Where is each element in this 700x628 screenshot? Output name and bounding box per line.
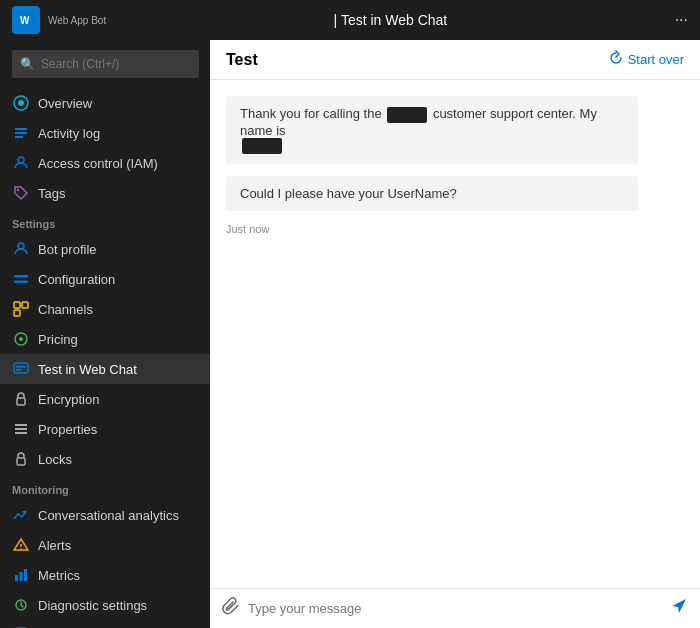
pricing-icon (12, 330, 30, 348)
bot-profile-icon (12, 240, 30, 258)
search-input[interactable] (41, 57, 191, 71)
sidebar-search-container: 🔍 (12, 50, 199, 78)
svg-rect-10 (14, 275, 28, 278)
settings-section-label: Settings (0, 208, 210, 234)
sidebar-item-channels[interactable]: Channels (0, 294, 210, 324)
sidebar-item-alerts[interactable]: Alerts (0, 530, 210, 560)
sidebar-item-tags[interactable]: Tags (0, 178, 210, 208)
app-logo: W (12, 6, 40, 34)
metrics-icon (12, 566, 30, 584)
search-icon: 🔍 (20, 57, 35, 71)
sidebar-item-test-in-web-chat[interactable]: Test in Web Chat (0, 354, 210, 384)
sidebar-item-access-control[interactable]: Access control (IAM) (0, 148, 210, 178)
svg-rect-22 (15, 428, 27, 430)
message-text: Could I please have your UserName? (240, 186, 457, 201)
chat-area: Test Start over Thank you for calling th… (210, 40, 700, 628)
configuration-icon (12, 270, 30, 288)
sidebar-item-logs[interactable]: Logs (0, 620, 210, 628)
svg-rect-20 (17, 398, 25, 405)
redacted-content-2 (242, 138, 282, 154)
start-over-label: Start over (628, 52, 684, 67)
test-in-web-chat-icon (12, 360, 30, 378)
svg-rect-11 (14, 281, 28, 284)
sidebar-item-label: Conversational analytics (38, 508, 179, 523)
top-bar: W Web App Bot | Test in Web Chat ··· (0, 0, 700, 40)
svg-rect-29 (24, 569, 27, 581)
chat-message-2: Could I please have your UserName? (226, 176, 638, 211)
sidebar-item-locks[interactable]: Locks (0, 444, 210, 474)
svg-rect-24 (17, 458, 25, 465)
main-layout: 🔍 « Overview Activity log Access control… (0, 40, 700, 628)
svg-rect-28 (20, 572, 23, 581)
svg-rect-4 (15, 128, 27, 130)
svg-point-8 (17, 189, 19, 191)
sidebar-item-label: Channels (38, 302, 93, 317)
svg-rect-23 (15, 432, 27, 434)
send-button[interactable] (670, 597, 688, 620)
sidebar-item-conversational-analytics[interactable]: Conversational analytics (0, 500, 210, 530)
start-over-button[interactable]: Start over (608, 50, 684, 69)
sidebar-item-label: Bot profile (38, 242, 97, 257)
svg-rect-14 (14, 310, 20, 316)
svg-rect-27 (15, 575, 18, 581)
sidebar-item-label: Overview (38, 96, 92, 111)
sidebar-item-bot-profile[interactable]: Bot profile (0, 234, 210, 264)
sidebar-item-label: Alerts (38, 538, 71, 553)
attach-button[interactable] (222, 597, 240, 620)
sidebar: 🔍 « Overview Activity log Access control… (0, 40, 210, 628)
diagnostic-settings-icon (12, 596, 30, 614)
sidebar-item-label: Access control (IAM) (38, 156, 158, 171)
app-subtitle: Web App Bot (48, 15, 106, 26)
sidebar-item-properties[interactable]: Properties (0, 414, 210, 444)
chat-title: Test (226, 51, 258, 69)
access-control-icon (12, 154, 30, 172)
alerts-icon (12, 536, 30, 554)
svg-rect-5 (15, 132, 27, 134)
message-text-before: Thank you for calling the (240, 106, 382, 121)
sidebar-item-label: Tags (38, 186, 65, 201)
sidebar-item-activity-log[interactable]: Activity log (0, 118, 210, 148)
sidebar-item-overview[interactable]: Overview (0, 88, 210, 118)
sidebar-item-label: Encryption (38, 392, 99, 407)
svg-point-9 (18, 243, 24, 249)
sidebar-item-diagnostic-settings[interactable]: Diagnostic settings (0, 590, 210, 620)
sidebar-item-label: Pricing (38, 332, 78, 347)
svg-rect-21 (15, 424, 27, 426)
encryption-icon (12, 390, 30, 408)
svg-rect-13 (22, 302, 28, 308)
refresh-icon (608, 50, 624, 69)
tags-icon (12, 184, 30, 202)
more-options-icon[interactable]: ··· (675, 11, 688, 29)
svg-point-26 (20, 548, 22, 550)
chat-message-1: Thank you for calling the customer suppo… (226, 96, 638, 164)
chat-timestamp: Just now (226, 223, 684, 235)
svg-text:W: W (20, 15, 30, 26)
svg-rect-19 (16, 369, 22, 371)
svg-rect-12 (14, 302, 20, 308)
channels-icon (12, 300, 30, 318)
svg-rect-17 (14, 363, 28, 373)
svg-rect-6 (15, 136, 23, 138)
sidebar-item-label: Diagnostic settings (38, 598, 147, 613)
sidebar-item-label: Configuration (38, 272, 115, 287)
chat-messages: Thank you for calling the customer suppo… (210, 80, 700, 588)
chat-header: Test Start over (210, 40, 700, 80)
sidebar-item-label: Activity log (38, 126, 100, 141)
sidebar-item-metrics[interactable]: Metrics (0, 560, 210, 590)
sidebar-item-encryption[interactable]: Encryption (0, 384, 210, 414)
svg-point-7 (18, 157, 24, 163)
sidebar-item-label: Properties (38, 422, 97, 437)
svg-point-3 (18, 100, 24, 106)
properties-icon (12, 420, 30, 438)
sidebar-item-configuration[interactable]: Configuration (0, 264, 210, 294)
chat-message-input[interactable] (248, 601, 670, 616)
svg-point-16 (19, 337, 23, 341)
svg-rect-18 (16, 366, 26, 368)
sidebar-item-pricing[interactable]: Pricing (0, 324, 210, 354)
sidebar-item-label: Metrics (38, 568, 80, 583)
sidebar-item-label: Test in Web Chat (38, 362, 137, 377)
locks-icon (12, 450, 30, 468)
sidebar-item-label: Locks (38, 452, 72, 467)
chat-input-area (210, 588, 700, 628)
conversational-analytics-icon (12, 506, 30, 524)
